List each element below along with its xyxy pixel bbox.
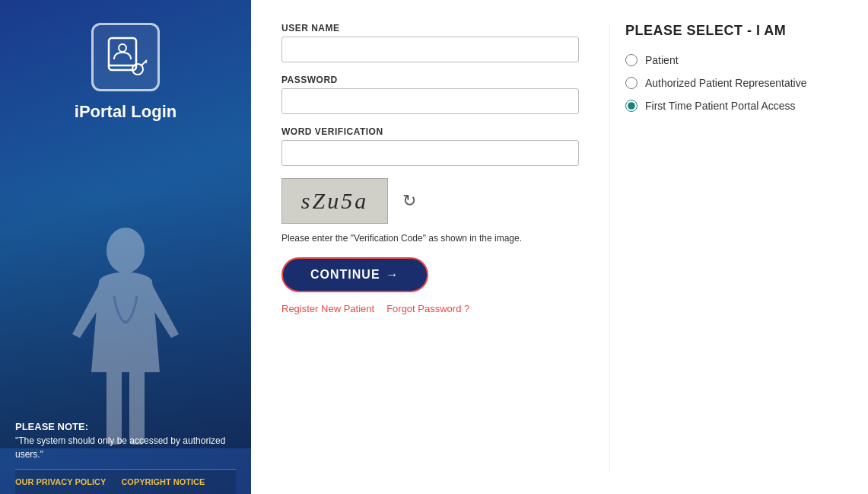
portal-icon-wrapper	[91, 23, 160, 91]
privacy-policy-link[interactable]: OUR PRIVACY POLICY	[15, 477, 106, 486]
please-note-label: PLEASE NOTE:	[15, 421, 88, 432]
sidebar-bg	[0, 190, 251, 448]
login-form-section: USER NAME PASSWORD WORD VERIFICATION sZu…	[281, 23, 609, 471]
copyright-link[interactable]: COPYRIGHT NOTICE	[121, 477, 205, 486]
right-panel: PLEASE SELECT - I AM Patient Authorized …	[609, 23, 838, 471]
please-note-body: "The system should only be accessed by a…	[15, 435, 225, 460]
authorized-rep-radio[interactable]	[625, 77, 637, 89]
authorized-rep-radio-label: Authorized Patient Representative	[645, 77, 806, 89]
svg-point-6	[107, 228, 145, 273]
captcha-image: sZu5a	[281, 178, 388, 224]
sidebar-top: iPortal Login	[75, 23, 176, 129]
please-note-text: PLEASE NOTE: "The system should only be …	[15, 419, 236, 462]
username-input[interactable]	[281, 37, 579, 62]
authorized-rep-radio-item[interactable]: Authorized Patient Representative	[625, 77, 838, 89]
svg-point-2	[119, 44, 126, 52]
patient-radio-label: Patient	[645, 54, 679, 66]
patient-radio-item[interactable]: Patient	[625, 54, 838, 66]
first-time-radio-label: First Time Patient Portal Access	[645, 100, 796, 112]
user-type-radio-group: Patient Authorized Patient Representativ…	[625, 54, 838, 112]
username-label: USER NAME	[281, 23, 579, 33]
word-verification-label: WORD VERIFICATION	[281, 126, 579, 137]
continue-button[interactable]: CONTINUE →	[281, 257, 428, 292]
please-select-title: PLEASE SELECT - I AM	[625, 23, 838, 39]
captcha-refresh-button[interactable]: ↻	[397, 189, 421, 213]
captcha-hint: Please enter the "Verification Code" as …	[281, 231, 579, 245]
nurse-silhouette	[49, 220, 202, 448]
continue-label: CONTINUE	[310, 268, 380, 282]
sidebar-title: iPortal Login	[75, 102, 176, 122]
word-verification-input[interactable]	[281, 140, 579, 166]
forgot-password-link[interactable]: Forgot Password ?	[386, 303, 469, 314]
first-time-radio-item[interactable]: First Time Patient Portal Access	[625, 100, 838, 112]
sidebar: iPortal Login PLEASE NOTE: "The system s…	[0, 0, 251, 494]
continue-arrow-icon: →	[386, 268, 399, 282]
captcha-wrapper: sZu5a ↻	[281, 178, 579, 224]
form-links: Register New Patient Forgot Password ?	[281, 303, 579, 314]
patient-radio[interactable]	[625, 54, 637, 66]
password-label: PASSWORD	[281, 75, 579, 85]
main-content: USER NAME PASSWORD WORD VERIFICATION sZu…	[251, 0, 868, 494]
svg-line-5	[145, 62, 147, 63]
sidebar-bottom: PLEASE NOTE: "The system should only be …	[15, 419, 236, 495]
password-input[interactable]	[281, 88, 579, 114]
sidebar-links: OUR PRIVACY POLICY COPYRIGHT NOTICE	[15, 469, 236, 494]
first-time-radio[interactable]	[625, 100, 637, 112]
register-new-patient-link[interactable]: Register New Patient	[281, 303, 374, 314]
portal-icon	[103, 34, 148, 80]
